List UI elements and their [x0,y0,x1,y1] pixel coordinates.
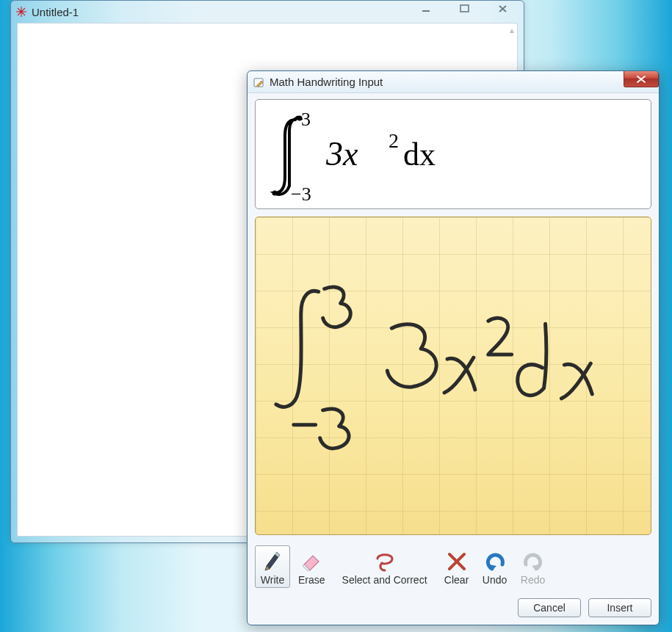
select-correct-label: Select and Correct [342,574,427,586]
notebook-window-controls [409,0,524,15]
app-icon [15,6,27,18]
math-input-dialog: Math Handwriting Input 3 −3 3x 2 dx [247,70,660,625]
recognition-preview: 3 −3 3x 2 dx [255,99,651,209]
lasso-icon [373,549,397,574]
undo-icon [483,549,507,574]
redo-icon [521,549,545,574]
eraser-icon [300,549,323,574]
clear-x-icon [445,549,469,574]
erase-label: Erase [298,574,325,586]
clear-label: Clear [444,574,469,586]
svg-rect-5 [422,10,430,12]
pen-icon [261,549,284,574]
exponent: 2 [389,129,399,152]
close-button[interactable] [493,2,513,15]
lower-limit: −3 [291,184,311,202]
dialog-actions: Cancel Insert [255,598,651,617]
dialog-titlebar[interactable]: Math Handwriting Input [248,71,659,93]
write-tool[interactable]: Write [255,545,290,588]
redo-tool[interactable]: Redo [516,545,551,588]
svg-point-4 [20,10,23,13]
undo-label: Undo [483,574,507,586]
clear-tool[interactable]: Clear [439,545,474,588]
notebook-title: Untitled-1 [32,6,79,18]
cancel-button[interactable]: Cancel [518,598,581,617]
select-correct-tool[interactable]: Select and Correct [333,545,436,588]
minimize-button[interactable] [416,2,437,15]
dialog-close-button[interactable] [624,71,659,87]
handwriting-canvas[interactable] [255,217,651,535]
write-label: Write [261,574,284,586]
undo-tool[interactable]: Undo [477,545,513,588]
scroll-up-icon[interactable]: ▲ [508,26,516,34]
pencil-note-icon [253,76,265,88]
upper-limit: 3 [301,109,311,130]
differential: dx [403,137,436,172]
redo-label: Redo [521,574,545,586]
svg-point-9 [272,191,278,196]
svg-rect-6 [460,5,469,12]
erase-tool[interactable]: Erase [293,545,330,588]
maximize-button[interactable] [455,2,475,15]
toolbar: Write Erase Select and C [255,542,651,588]
ink-strokes [256,217,651,534]
dialog-title: Math Handwriting Input [270,76,383,88]
integrand: 3x [325,135,358,172]
insert-button[interactable]: Insert [588,598,651,617]
